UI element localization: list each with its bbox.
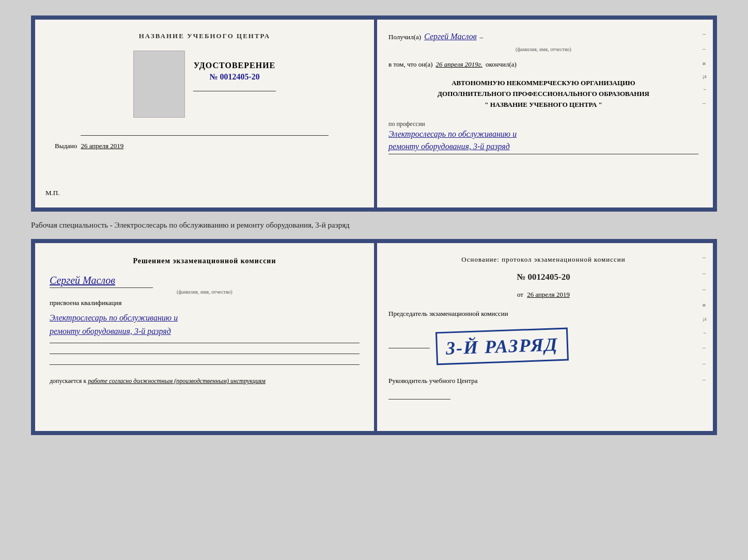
cert-inner-divider (374, 243, 377, 431)
protocol-date: от 26 апреля 2019 (388, 291, 698, 299)
underline-2 (81, 135, 329, 136)
underline-profession (388, 154, 698, 154)
bdash-6: ← (703, 330, 708, 335)
bdash-4: и (703, 301, 708, 308)
allowed-text: допускается к работе согласно должностны… (50, 376, 360, 386)
allowed-italic: работе согласно должностным (производств… (88, 377, 266, 385)
dash-4: ¡а (703, 73, 708, 79)
document-container: НАЗВАНИЕ УЧЕБНОГО ЦЕНТРА УДОСТОВЕРЕНИЕ №… (10, 10, 738, 440)
in-that-date: 26 апреля 2019г. (436, 60, 482, 69)
middle-specialty-text: Рабочая специальность - Электрослесарь п… (31, 218, 717, 233)
stamp-box: 3-й разряд (435, 328, 569, 365)
bdash-1: – (703, 253, 708, 261)
fio-sublabel-top: (фамилия, имя, отчество) (388, 46, 698, 52)
dash-2: – (703, 45, 708, 53)
profession-label: по профессии (388, 120, 698, 128)
mp-label: М.П. (45, 189, 59, 197)
bdash-3: – (703, 285, 708, 293)
right-marks-bottom: – – – и ¡а ← – – – (703, 253, 708, 383)
dash-5: ← (703, 86, 708, 92)
dash-6: – (703, 99, 708, 107)
bdash-8: – (703, 360, 708, 367)
certificate-top: НАЗВАНИЕ УЧЕБНОГО ЦЕНТРА УДОСТОВЕРЕНИЕ №… (31, 15, 717, 212)
chairman-label: Председатель экзаменационной комиссии (388, 309, 698, 318)
basis-title: Основание: протокол экзаменационной коми… (388, 255, 698, 264)
recipient-name: Сергей Маслов (424, 32, 477, 41)
issued-label: Выдано (55, 142, 77, 150)
right-marks-top: – – и ¡а ← – (703, 30, 708, 107)
profession-line2: ремонту оборудования, 3-й разряд (388, 142, 510, 151)
fio-block-bottom: Сергей Маслов (фамилия, имя, отчество) (50, 275, 360, 295)
qual-line1: Электрослесарь по обслуживанию и (50, 313, 178, 322)
in-that-row: в том, что он(а) 26 апреля 2019г. окончи… (388, 60, 698, 69)
qualification-value: Электрослесарь по обслуживанию и ремонту… (50, 311, 360, 338)
cert-top-right: Получил(а) Сергей Маслов – (фамилия, имя… (374, 20, 713, 207)
stamp-text: 3-й разряд (445, 333, 558, 359)
underline-1 (193, 91, 276, 91)
received-prefix: Получил(а) (388, 33, 421, 41)
received-row: Получил(а) Сергей Маслов – (388, 32, 698, 41)
dash-3: и (703, 60, 708, 66)
in-that-prefix: в том, что он(а) (388, 60, 433, 69)
cert-bottom-right: Основание: протокол экзаменационной коми… (374, 243, 713, 431)
cert-vertical-divider (374, 20, 377, 207)
chairman-sign-line (388, 348, 430, 348)
stamp-area: 3-й разряд (388, 326, 698, 367)
fio-sublabel-bottom: (фамилия, имя, отчество) (50, 289, 360, 295)
org-line3: " НАЗВАНИЕ УЧЕБНОГО ЦЕНТРА " (388, 100, 698, 110)
cert-title: УДОСТОВЕРЕНИЕ (194, 61, 276, 70)
decision-title: Решением экзаменационной комиссии (50, 255, 360, 266)
finished-label: окончил(а) (486, 60, 517, 69)
chairman-text: Председатель экзаменационной комиссии (388, 310, 508, 317)
protocol-number: № 0012405-20 (388, 272, 698, 282)
profession-line1: Электрослесарь по обслуживанию и (388, 130, 517, 138)
qual-line2: ремонту оборудования, 3-й разряд (50, 327, 171, 335)
bdash-2: – (703, 269, 708, 277)
underline-fio (50, 287, 153, 288)
dash-1: – (703, 30, 708, 38)
org-line2: ДОПОЛНИТЕЛЬНОГО ПРОФЕССИОНАЛЬНОГО ОБРАЗО… (388, 89, 698, 100)
fio-name-bottom: Сергей Маслов (50, 275, 360, 286)
protocol-date-prefix: от (517, 291, 523, 298)
bdash-7: – (703, 344, 708, 351)
director-label: Руководитель учебного Центра (388, 376, 698, 386)
org-name-top: НАЗВАНИЕ УЧЕБНОГО ЦЕНТРА (139, 32, 271, 40)
allowed-prefix: допускается к (50, 377, 86, 385)
profession-value: Электрослесарь по обслуживанию и ремонту… (388, 128, 698, 153)
cert-number-top: № 0012405-20 (209, 72, 259, 82)
underline-qual2 (50, 354, 360, 354)
org-block: АВТОНОМНУЮ НЕКОММЕРЧЕСКУЮ ОРГАНИЗАЦИЮ ДО… (388, 78, 698, 110)
director-sign-line (388, 399, 450, 399)
photo-placeholder (133, 51, 185, 118)
bdash-9: – (703, 376, 708, 383)
cert-top-left: НАЗВАНИЕ УЧЕБНОГО ЦЕНТРА УДОСТОВЕРЕНИЕ №… (35, 20, 374, 207)
qualification-label: присвоена квалификация (50, 299, 360, 307)
issued-date: 26 апреля 2019 (81, 142, 124, 150)
underline-qual3 (50, 364, 360, 365)
bdash-5: ¡а (703, 316, 708, 322)
certificate-bottom: Решением экзаменационной комиссии Сергей… (31, 239, 717, 435)
underline-qual (50, 343, 360, 343)
protocol-date-value: 26 апреля 2019 (527, 291, 570, 298)
org-line1: АВТОНОМНУЮ НЕКОММЕРЧЕСКУЮ ОРГАНИЗАЦИЮ (388, 78, 698, 89)
cert-bottom-left: Решением экзаменационной комиссии Сергей… (35, 243, 374, 431)
